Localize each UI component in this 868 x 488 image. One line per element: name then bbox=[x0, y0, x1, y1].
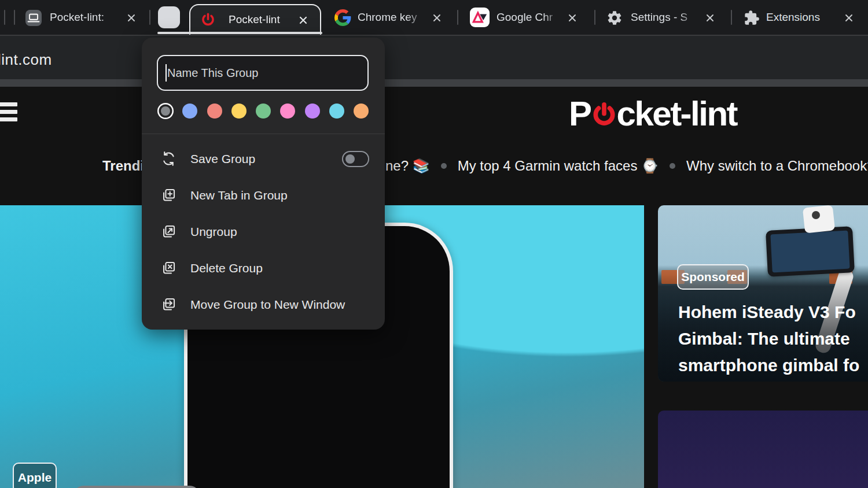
group-color-picker bbox=[158, 102, 369, 120]
power-icon bbox=[592, 101, 616, 129]
address-bar[interactable]: lint.com bbox=[0, 51, 52, 69]
menu-item-ungroup[interactable]: Ungroup bbox=[142, 213, 385, 250]
menu-item-label: Delete Group bbox=[190, 261, 263, 275]
color-swatch-pink[interactable] bbox=[280, 103, 295, 119]
tab-pocket-lint-active[interactable]: Pocket-lint bbox=[189, 4, 321, 35]
toolbar-bottom-strip bbox=[0, 79, 868, 87]
tab-title: Chrome key bbox=[358, 11, 426, 24]
av-logo-icon bbox=[470, 8, 490, 27]
trending-item-fragment[interactable]: ne? 📚 bbox=[385, 158, 430, 174]
tab-title: Google Chr bbox=[496, 11, 561, 24]
close-icon[interactable] bbox=[843, 12, 855, 24]
logo-text-prefix: P bbox=[569, 94, 591, 134]
color-swatch-purple[interactable] bbox=[305, 103, 320, 119]
tab-separator bbox=[4, 10, 5, 25]
close-icon[interactable] bbox=[125, 12, 138, 24]
gimbal-mount bbox=[803, 205, 835, 234]
power-icon bbox=[200, 12, 216, 28]
tab-separator bbox=[457, 10, 458, 25]
save-group-toggle[interactable] bbox=[342, 151, 369, 167]
text-caret bbox=[165, 64, 167, 82]
menu-item-label: Ungroup bbox=[190, 225, 237, 239]
browser-toolbar: lint.com bbox=[0, 35, 868, 79]
tab-title: Settings - S bbox=[631, 11, 698, 24]
move-group-icon bbox=[161, 297, 176, 312]
trending-bar: ne? 📚 My top 4 Garmin watch faces ⌚ Why … bbox=[385, 158, 868, 174]
sponsored-article-card[interactable]: Sponsored Hohem iSteady V3 Fo Gimbal: Th… bbox=[658, 205, 868, 382]
tab-strip: Pocket-lint: Pocket-lint Chrome key bbox=[0, 0, 868, 35]
menu-item-save-group[interactable]: Save Group bbox=[142, 141, 385, 177]
tab-group-editor-popup: Save Group New Tab in Group Ungroup bbox=[142, 38, 385, 330]
trending-item[interactable]: Why switch to a Chromebook? 💻 bbox=[686, 158, 868, 174]
article-headline[interactable]: Hohem iSteady V3 Fo Gimbal: The ultimate… bbox=[678, 299, 859, 379]
trending-item[interactable]: My top 4 Garmin watch faces ⌚ bbox=[458, 158, 659, 174]
tab-separator bbox=[594, 10, 595, 25]
hamburger-menu-icon[interactable] bbox=[0, 102, 17, 124]
menu-item-label: New Tab in Group bbox=[190, 188, 288, 202]
sync-icon bbox=[161, 151, 176, 167]
delete-group-icon bbox=[161, 260, 176, 276]
close-icon[interactable] bbox=[566, 12, 579, 24]
color-swatch-green[interactable] bbox=[256, 103, 271, 119]
color-swatch-orange[interactable] bbox=[354, 103, 369, 119]
color-swatch-blue[interactable] bbox=[182, 103, 197, 119]
google-g-icon bbox=[334, 9, 351, 26]
ungroup-icon bbox=[161, 224, 176, 239]
page-content: P cket-lint Trending ne? 📚 My top 4 Garm… bbox=[0, 87, 868, 488]
menu-item-label: Move Group to New Window bbox=[190, 298, 345, 312]
low-battery-icon bbox=[72, 486, 201, 488]
tab-chrome-key[interactable]: Chrome key bbox=[330, 0, 448, 35]
puzzle-icon bbox=[744, 10, 760, 26]
color-swatch-grey[interactable] bbox=[161, 106, 170, 116]
tab-separator bbox=[14, 10, 15, 25]
pocket-lint-logo[interactable]: P cket-lint bbox=[569, 95, 737, 132]
menu-item-delete-group[interactable]: Delete Group bbox=[142, 250, 385, 286]
logo-text-suffix: cket-lint bbox=[617, 94, 737, 134]
color-swatch-yellow[interactable] bbox=[231, 103, 247, 119]
close-icon[interactable] bbox=[704, 12, 716, 24]
color-swatch-red[interactable] bbox=[207, 103, 222, 119]
tab-title: Extensions bbox=[766, 11, 834, 24]
gear-icon bbox=[606, 10, 623, 26]
close-icon[interactable] bbox=[297, 14, 310, 27]
new-tab-in-group-icon bbox=[161, 187, 176, 203]
menu-item-move-group-new-window[interactable]: Move Group to New Window bbox=[142, 286, 385, 323]
tab-title: Pocket-lint: bbox=[50, 11, 122, 24]
category-badge-apple[interactable]: Apple bbox=[13, 463, 57, 488]
sponsored-badge: Sponsored bbox=[677, 264, 749, 290]
tab-group-chip[interactable] bbox=[158, 6, 180, 28]
tab-group-underline bbox=[157, 32, 322, 34]
menu-item-label: Save Group bbox=[190, 152, 255, 166]
laptop-icon bbox=[25, 10, 42, 26]
tab-settings[interactable]: Settings - S bbox=[604, 0, 720, 35]
tab-separator bbox=[731, 10, 732, 25]
tab-title: Pocket-lint bbox=[229, 13, 297, 26]
close-icon[interactable] bbox=[431, 12, 443, 24]
tab-extensions[interactable]: Extensions bbox=[741, 0, 862, 35]
movies-article-card[interactable]: Movies and TV bbox=[658, 411, 868, 488]
group-name-input[interactable] bbox=[157, 55, 369, 91]
tab-separator bbox=[149, 10, 150, 25]
dot-separator bbox=[670, 163, 675, 169]
divider bbox=[142, 134, 385, 134]
menu-item-new-tab-in-group[interactable]: New Tab in Group bbox=[142, 177, 385, 213]
dot-separator bbox=[441, 163, 447, 169]
tab-pocket-lint-first[interactable]: Pocket-lint: bbox=[21, 0, 144, 35]
tab-google-chrome[interactable]: Google Chr bbox=[468, 0, 584, 35]
color-swatch-cyan[interactable] bbox=[329, 103, 344, 119]
